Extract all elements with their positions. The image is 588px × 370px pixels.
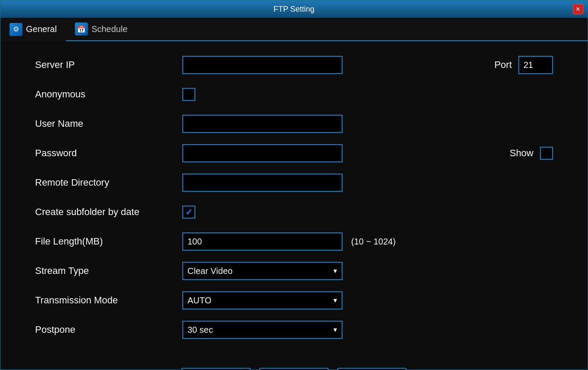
password-row: Password Show — [35, 142, 553, 164]
create-subfolder-row: Create subfolder by date — [35, 201, 553, 223]
anonymous-checkbox[interactable] — [182, 88, 195, 101]
transmission-mode-label: Transmission Mode — [35, 295, 182, 306]
schedule-tab-icon: 📅 — [75, 23, 88, 35]
show-label: Show — [510, 148, 533, 159]
transmission-mode-select[interactable]: AUTO PASV PORT — [182, 291, 342, 309]
stream-type-row: Stream Type Clear Video Main Stream Sub … — [35, 260, 553, 282]
file-length-label: File Length(MB) — [35, 236, 182, 247]
postpone-select[interactable]: 30 sec 60 sec 90 sec 120 sec — [182, 321, 342, 339]
postpone-label: Postpone — [35, 324, 182, 335]
create-subfolder-label: Create subfolder by date — [35, 206, 182, 218]
file-length-input[interactable] — [182, 232, 342, 251]
transmission-mode-row: Transmission Mode AUTO PASV PORT — [35, 290, 553, 311]
form-content: Server IP Port Anonymous User Name Passw… — [0, 41, 588, 361]
tab-general[interactable]: ⚙ General — [0, 18, 66, 41]
ftp-setting-dialog: FTP Setting ✕ ⚙ General 📅 Schedule Serve… — [0, 0, 588, 370]
tab-bar: ⚙ General 📅 Schedule — [0, 18, 588, 41]
general-tab-icon: ⚙ — [10, 23, 23, 36]
stream-type-wrapper: Clear Video Main Stream Sub Stream — [182, 262, 342, 280]
port-label: Port — [494, 59, 512, 71]
remote-directory-label: Remote Directory — [35, 177, 182, 188]
title-bar: FTP Setting ✕ — [0, 0, 588, 18]
stream-type-label: Stream Type — [35, 265, 182, 277]
file-length-range: (10 ~ 1024) — [351, 237, 396, 247]
server-ip-input[interactable] — [182, 56, 342, 74]
cancel-button[interactable]: Cancel — [337, 368, 407, 370]
apply-button[interactable]: Apply — [259, 368, 329, 370]
server-ip-row: Server IP Port — [35, 54, 553, 76]
postpone-wrapper: 30 sec 60 sec 90 sec 120 sec — [182, 321, 342, 339]
create-subfolder-checkbox[interactable] — [182, 206, 195, 219]
close-button[interactable]: ✕ — [573, 4, 583, 14]
bottom-bar: Test Apply Cancel — [0, 361, 588, 370]
username-input[interactable] — [182, 115, 342, 133]
remote-directory-row: Remote Directory — [35, 172, 553, 193]
show-checkbox[interactable] — [540, 147, 553, 160]
port-group: Port — [494, 56, 553, 74]
remote-directory-input[interactable] — [182, 174, 342, 192]
anonymous-row: Anonymous — [35, 84, 553, 105]
password-input[interactable] — [182, 144, 342, 162]
postpone-row: Postpone 30 sec 60 sec 90 sec 120 sec — [35, 319, 553, 341]
username-row: User Name — [35, 113, 553, 135]
show-group: Show — [510, 147, 553, 160]
username-label: User Name — [35, 118, 182, 129]
password-label: Password — [35, 148, 182, 159]
anonymous-label: Anonymous — [35, 89, 182, 100]
port-input[interactable] — [518, 56, 553, 74]
file-length-row: File Length(MB) (10 ~ 1024) — [35, 231, 553, 252]
server-ip-label: Server IP — [35, 59, 182, 71]
tab-schedule-label: Schedule — [91, 24, 127, 34]
test-button[interactable]: Test — [181, 368, 251, 370]
stream-type-select[interactable]: Clear Video Main Stream Sub Stream — [182, 262, 342, 280]
transmission-mode-wrapper: AUTO PASV PORT — [182, 291, 342, 309]
tab-schedule[interactable]: 📅 Schedule — [66, 18, 136, 40]
dialog-title: FTP Setting — [274, 5, 315, 14]
tab-general-label: General — [26, 24, 57, 34]
